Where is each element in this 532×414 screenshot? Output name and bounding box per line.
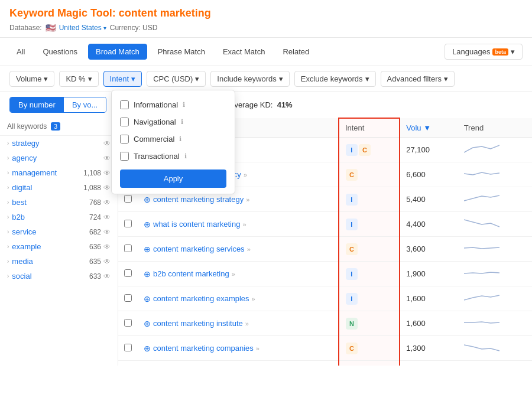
eye-icon[interactable]: 👁	[103, 272, 111, 281]
filter-cpc[interactable]: CPC (USD) ▾	[147, 71, 206, 87]
filter-intent-label: Intent	[110, 74, 129, 83]
row-checkbox[interactable]	[124, 294, 132, 302]
col-volume[interactable]: Volu ▼	[400, 118, 458, 138]
table-row: ⊕ content marketing examples » I 1,600	[118, 286, 532, 311]
eye-icon[interactable]: 👁	[103, 243, 111, 251]
volume-value: 27,100	[400, 138, 458, 162]
chevron-down-icon: ▾	[44, 74, 48, 83]
sidebar-item[interactable]: ›best 768👁	[0, 195, 118, 210]
sidebar-count: 636	[89, 243, 101, 251]
keyword-link[interactable]: ⊕ content marketing companies »	[144, 344, 332, 353]
intent-option-navigational[interactable]: Navigational ℹ	[112, 113, 235, 131]
volume-value: 1,900	[400, 262, 458, 286]
tab-questions[interactable]: Questions	[35, 44, 85, 59]
keyword-link[interactable]: ⊕ b2b content marketing »	[144, 269, 332, 279]
tab-broad-match[interactable]: Broad Match	[88, 44, 147, 60]
eye-icon[interactable]: 👁	[103, 228, 111, 236]
filter-include[interactable]: Include keywords ▾	[210, 71, 289, 87]
expand-icon: »	[252, 295, 255, 302]
sidebar-count: 633	[89, 272, 101, 281]
col-intent: Intent	[339, 118, 400, 138]
sidebar-kw: agency	[12, 154, 37, 162]
sidebar-kw: media	[12, 257, 33, 266]
sidebar-item[interactable]: ›example 636👁	[0, 239, 118, 254]
sidebar-kw: strategy	[12, 139, 39, 148]
tab-related[interactable]: Related	[275, 44, 316, 59]
filter-kd[interactable]: KD % ▾	[59, 71, 98, 87]
intent-option-commercial[interactable]: Commercial ℹ	[112, 131, 235, 148]
intent-dropdown: Informational ℹ Navigational ℹ Commercia…	[111, 90, 235, 194]
intent-option-informational[interactable]: Informational ℹ	[112, 96, 235, 113]
eye-icon[interactable]: 👁	[103, 169, 111, 177]
volume-value: 6,600	[400, 162, 458, 187]
filter-volume[interactable]: Volume ▾	[9, 71, 54, 87]
sidebar-item[interactable]: ›b2b 724👁	[0, 210, 118, 224]
col-trend: Trend	[458, 118, 532, 138]
keyword-highlight: content marketing	[119, 7, 211, 19]
eye-icon[interactable]: 👁	[103, 184, 111, 192]
keyword-link[interactable]: ⊕ what is content marketing »	[144, 220, 332, 229]
filter-intent[interactable]: Intent ▾	[103, 71, 142, 87]
trend-chart	[464, 216, 499, 230]
row-checkbox[interactable]	[124, 319, 132, 327]
toggle-by-number[interactable]: By number	[10, 97, 64, 112]
header-sub: Database: 🇺🇸 United States ▾ Currency: U…	[9, 23, 523, 32]
keyword-link[interactable]: ⊕ content marketing services »	[144, 245, 332, 254]
currency-label: Currency: USD	[110, 24, 158, 32]
languages-label: Languages	[452, 47, 490, 56]
tab-all[interactable]: All	[9, 44, 32, 59]
sidebar-item[interactable]: ›social 633👁	[0, 269, 118, 283]
main-layout: All keywords 3 ›strategy 👁 ›agency 👁 ›ma…	[0, 118, 532, 366]
volume-value: 1,300	[400, 336, 458, 361]
languages-button[interactable]: Languages beta ▾	[445, 44, 523, 60]
row-checkbox[interactable]	[124, 220, 132, 227]
intent-badge-i: I	[346, 194, 358, 206]
sidebar-item[interactable]: ›strategy 👁	[0, 136, 118, 151]
navigational-checkbox[interactable]	[120, 118, 129, 126]
volume-value: 1,600	[400, 311, 458, 336]
sidebar-kw: example	[12, 242, 41, 251]
filters-row: Volume ▾ KD % ▾ Intent ▾ CPC (USD) ▾ Inc…	[0, 66, 532, 92]
country-selector[interactable]: United States ▾	[59, 24, 106, 32]
filter-exclude[interactable]: Exclude keywords ▾	[294, 71, 376, 87]
row-checkbox[interactable]	[124, 245, 132, 252]
row-checkbox[interactable]	[124, 269, 132, 277]
trend-chart	[464, 191, 499, 206]
toggle-by-volume[interactable]: By vo...	[64, 97, 106, 112]
row-checkbox[interactable]	[124, 195, 132, 203]
expand-icon: ›	[7, 258, 9, 265]
expand-icon: ›	[7, 155, 9, 161]
expand-icon: »	[244, 171, 247, 178]
eye-icon[interactable]: 👁	[103, 213, 111, 221]
sidebar-item[interactable]: ›digital 1,088👁	[0, 180, 118, 195]
trend-chart	[464, 365, 499, 366]
sidebar-item[interactable]: ›agency 👁	[0, 151, 118, 165]
filter-advanced[interactable]: Advanced filters ▾	[381, 71, 455, 87]
sidebar: All keywords 3 ›strategy 👁 ›agency 👁 ›ma…	[0, 118, 118, 366]
eye-icon[interactable]: 👁	[103, 198, 111, 207]
informational-checkbox[interactable]	[120, 100, 129, 109]
plus-icon: ⊕	[144, 195, 151, 204]
keyword-link[interactable]: ⊕ content marketing examples »	[144, 294, 332, 304]
volume-value: 1,600	[400, 286, 458, 311]
eye-icon[interactable]: 👁	[103, 257, 111, 266]
intent-badge-i: I	[346, 268, 358, 280]
table-row: ⊕ content marketing definition » I 1,300	[118, 361, 532, 366]
tab-phrase-match[interactable]: Phrase Match	[151, 44, 212, 59]
sidebar-item[interactable]: ›media 635👁	[0, 254, 118, 269]
intent-option-transactional[interactable]: Transactional ℹ	[112, 148, 235, 165]
keyword-link[interactable]: ⊕ content marketing strategy »	[144, 195, 332, 204]
filter-exclude-label: Exclude keywords	[301, 74, 363, 83]
commercial-checkbox[interactable]	[120, 135, 129, 144]
expand-icon: »	[246, 196, 249, 203]
tab-exact-match[interactable]: Exact Match	[216, 44, 273, 59]
apply-button[interactable]: Apply	[120, 169, 226, 188]
eye-icon[interactable]: 👁	[103, 154, 111, 162]
row-checkbox[interactable]	[124, 344, 132, 351]
transactional-checkbox[interactable]	[120, 152, 129, 161]
eye-icon[interactable]: 👁	[103, 139, 111, 148]
intent-badge-c: C	[346, 169, 358, 181]
keyword-link[interactable]: ⊕ content marketing institute »	[144, 319, 332, 328]
sidebar-item[interactable]: ›service 682👁	[0, 224, 118, 239]
sidebar-item[interactable]: ›management 1,108👁	[0, 165, 118, 180]
